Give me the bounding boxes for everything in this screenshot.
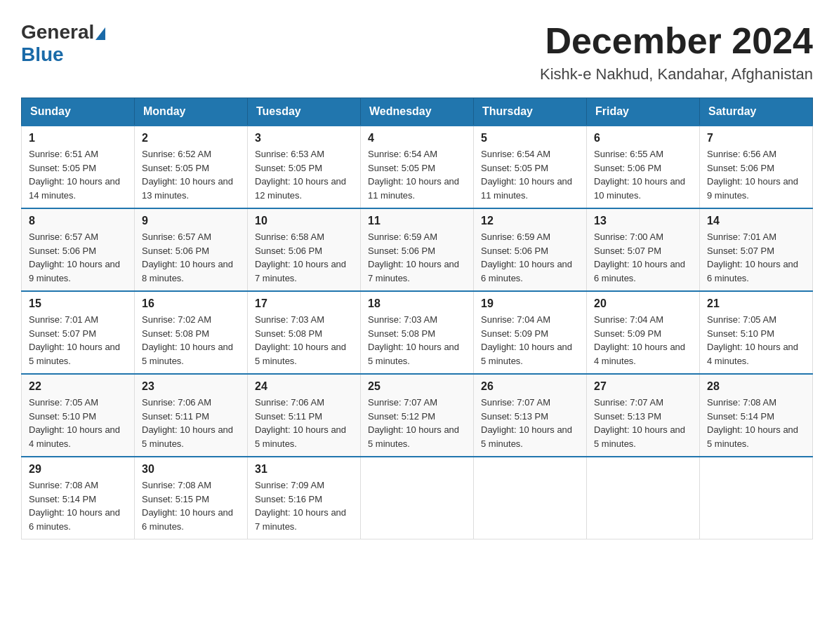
- main-title: December 2024: [540, 21, 813, 61]
- weekday-header-wednesday: Wednesday: [361, 98, 474, 126]
- day-info: Sunrise: 6:57 AMSunset: 5:06 PMDaylight:…: [142, 232, 233, 283]
- weekday-header-row: SundayMondayTuesdayWednesdayThursdayFrid…: [22, 98, 813, 126]
- day-info: Sunrise: 6:59 AMSunset: 5:06 PMDaylight:…: [368, 232, 459, 283]
- calendar-cell: 4 Sunrise: 6:54 AMSunset: 5:05 PMDayligh…: [361, 126, 474, 208]
- weekday-header-sunday: Sunday: [22, 98, 135, 126]
- day-number: 10: [255, 215, 353, 227]
- title-block: December 2024 Kishk-e Nakhud, Kandahar, …: [540, 21, 813, 83]
- day-info: Sunrise: 7:08 AMSunset: 5:14 PMDaylight:…: [29, 480, 120, 532]
- location-subtitle: Kishk-e Nakhud, Kandahar, Afghanistan: [540, 65, 813, 83]
- day-number: 22: [29, 380, 127, 393]
- calendar-cell: 19 Sunrise: 7:04 AMSunset: 5:09 PMDaylig…: [474, 291, 587, 374]
- day-number: 27: [594, 380, 692, 393]
- weekday-header-saturday: Saturday: [700, 98, 813, 126]
- week-row-3: 15 Sunrise: 7:01 AMSunset: 5:07 PMDaylig…: [22, 291, 813, 374]
- logo: General Blue: [21, 21, 107, 66]
- day-info: Sunrise: 6:59 AMSunset: 5:06 PMDaylight:…: [481, 232, 572, 283]
- day-info: Sunrise: 7:05 AMSunset: 5:10 PMDaylight:…: [29, 397, 120, 449]
- logo-triangle-icon: [95, 27, 105, 40]
- calendar-cell: 30 Sunrise: 7:08 AMSunset: 5:15 PMDaylig…: [135, 457, 248, 539]
- day-number: 6: [594, 132, 692, 145]
- day-info: Sunrise: 6:58 AMSunset: 5:06 PMDaylight:…: [255, 232, 346, 283]
- calendar-cell: 25 Sunrise: 7:07 AMSunset: 5:12 PMDaylig…: [361, 374, 474, 457]
- day-number: 21: [707, 297, 805, 310]
- calendar-cell: 28 Sunrise: 7:08 AMSunset: 5:14 PMDaylig…: [700, 374, 813, 457]
- calendar-cell: 6 Sunrise: 6:55 AMSunset: 5:06 PMDayligh…: [587, 126, 700, 208]
- calendar-cell: [700, 457, 813, 539]
- day-info: Sunrise: 7:02 AMSunset: 5:08 PMDaylight:…: [142, 314, 233, 366]
- day-info: Sunrise: 7:06 AMSunset: 5:11 PMDaylight:…: [255, 397, 346, 449]
- calendar-cell: [361, 457, 474, 539]
- day-number: 29: [29, 463, 127, 476]
- calendar-cell: 13 Sunrise: 7:00 AMSunset: 5:07 PMDaylig…: [587, 208, 700, 291]
- day-info: Sunrise: 7:09 AMSunset: 5:16 PMDaylight:…: [255, 480, 346, 532]
- logo-blue-word: Blue: [21, 43, 64, 65]
- calendar-cell: 12 Sunrise: 6:59 AMSunset: 5:06 PMDaylig…: [474, 208, 587, 291]
- calendar-cell: 23 Sunrise: 7:06 AMSunset: 5:11 PMDaylig…: [135, 374, 248, 457]
- day-info: Sunrise: 7:01 AMSunset: 5:07 PMDaylight:…: [29, 314, 120, 366]
- day-info: Sunrise: 7:08 AMSunset: 5:15 PMDaylight:…: [142, 480, 233, 532]
- day-info: Sunrise: 7:07 AMSunset: 5:12 PMDaylight:…: [368, 397, 459, 449]
- day-number: 14: [707, 215, 805, 227]
- day-number: 18: [368, 297, 466, 310]
- day-number: 12: [481, 215, 579, 227]
- week-row-5: 29 Sunrise: 7:08 AMSunset: 5:14 PMDaylig…: [22, 457, 813, 539]
- day-number: 16: [142, 297, 240, 310]
- calendar-table: SundayMondayTuesdayWednesdayThursdayFrid…: [21, 98, 813, 539]
- calendar-cell: 9 Sunrise: 6:57 AMSunset: 5:06 PMDayligh…: [135, 208, 248, 291]
- day-number: 4: [368, 132, 466, 145]
- day-info: Sunrise: 6:55 AMSunset: 5:06 PMDaylight:…: [594, 149, 685, 201]
- calendar-cell: [587, 457, 700, 539]
- day-info: Sunrise: 7:04 AMSunset: 5:09 PMDaylight:…: [481, 314, 572, 366]
- logo-text: General: [21, 21, 107, 43]
- weekday-header-thursday: Thursday: [474, 98, 587, 126]
- calendar-cell: [474, 457, 587, 539]
- logo-general-text: General: [21, 21, 94, 43]
- calendar-cell: 7 Sunrise: 6:56 AMSunset: 5:06 PMDayligh…: [700, 126, 813, 208]
- day-number: 20: [594, 297, 692, 310]
- day-number: 3: [255, 132, 353, 145]
- calendar-cell: 16 Sunrise: 7:02 AMSunset: 5:08 PMDaylig…: [135, 291, 248, 374]
- day-info: Sunrise: 6:53 AMSunset: 5:05 PMDaylight:…: [255, 149, 346, 201]
- day-number: 13: [594, 215, 692, 227]
- day-info: Sunrise: 7:03 AMSunset: 5:08 PMDaylight:…: [368, 314, 459, 366]
- day-number: 9: [142, 215, 240, 227]
- calendar-cell: 2 Sunrise: 6:52 AMSunset: 5:05 PMDayligh…: [135, 126, 248, 208]
- calendar-cell: 3 Sunrise: 6:53 AMSunset: 5:05 PMDayligh…: [248, 126, 361, 208]
- calendar-cell: 21 Sunrise: 7:05 AMSunset: 5:10 PMDaylig…: [700, 291, 813, 374]
- day-info: Sunrise: 6:54 AMSunset: 5:05 PMDaylight:…: [368, 149, 459, 201]
- day-number: 17: [255, 297, 353, 310]
- weekday-header-tuesday: Tuesday: [248, 98, 361, 126]
- logo-blue-text: Blue: [21, 43, 64, 66]
- calendar-cell: 10 Sunrise: 6:58 AMSunset: 5:06 PMDaylig…: [248, 208, 361, 291]
- calendar-cell: 22 Sunrise: 7:05 AMSunset: 5:10 PMDaylig…: [22, 374, 135, 457]
- day-number: 24: [255, 380, 353, 393]
- day-number: 7: [707, 132, 805, 145]
- day-number: 26: [481, 380, 579, 393]
- day-info: Sunrise: 6:51 AMSunset: 5:05 PMDaylight:…: [29, 149, 120, 201]
- weekday-header-monday: Monday: [135, 98, 248, 126]
- day-info: Sunrise: 6:57 AMSunset: 5:06 PMDaylight:…: [29, 232, 120, 283]
- day-info: Sunrise: 7:07 AMSunset: 5:13 PMDaylight:…: [594, 397, 685, 449]
- week-row-4: 22 Sunrise: 7:05 AMSunset: 5:10 PMDaylig…: [22, 374, 813, 457]
- day-info: Sunrise: 7:08 AMSunset: 5:14 PMDaylight:…: [707, 397, 798, 449]
- day-number: 31: [255, 463, 353, 476]
- day-info: Sunrise: 7:04 AMSunset: 5:09 PMDaylight:…: [594, 314, 685, 366]
- day-info: Sunrise: 6:52 AMSunset: 5:05 PMDaylight:…: [142, 149, 233, 201]
- day-number: 8: [29, 215, 127, 227]
- day-number: 11: [368, 215, 466, 227]
- day-number: 28: [707, 380, 805, 393]
- calendar-cell: 31 Sunrise: 7:09 AMSunset: 5:16 PMDaylig…: [248, 457, 361, 539]
- day-info: Sunrise: 7:06 AMSunset: 5:11 PMDaylight:…: [142, 397, 233, 449]
- calendar-cell: 5 Sunrise: 6:54 AMSunset: 5:05 PMDayligh…: [474, 126, 587, 208]
- day-number: 19: [481, 297, 579, 310]
- weekday-header-friday: Friday: [587, 98, 700, 126]
- calendar-cell: 27 Sunrise: 7:07 AMSunset: 5:13 PMDaylig…: [587, 374, 700, 457]
- calendar-cell: 1 Sunrise: 6:51 AMSunset: 5:05 PMDayligh…: [22, 126, 135, 208]
- calendar-cell: 17 Sunrise: 7:03 AMSunset: 5:08 PMDaylig…: [248, 291, 361, 374]
- calendar-cell: 26 Sunrise: 7:07 AMSunset: 5:13 PMDaylig…: [474, 374, 587, 457]
- page-header: General Blue December 2024 Kishk-e Nakhu…: [21, 21, 813, 83]
- day-info: Sunrise: 7:03 AMSunset: 5:08 PMDaylight:…: [255, 314, 346, 366]
- day-info: Sunrise: 7:05 AMSunset: 5:10 PMDaylight:…: [707, 314, 798, 366]
- calendar-cell: 8 Sunrise: 6:57 AMSunset: 5:06 PMDayligh…: [22, 208, 135, 291]
